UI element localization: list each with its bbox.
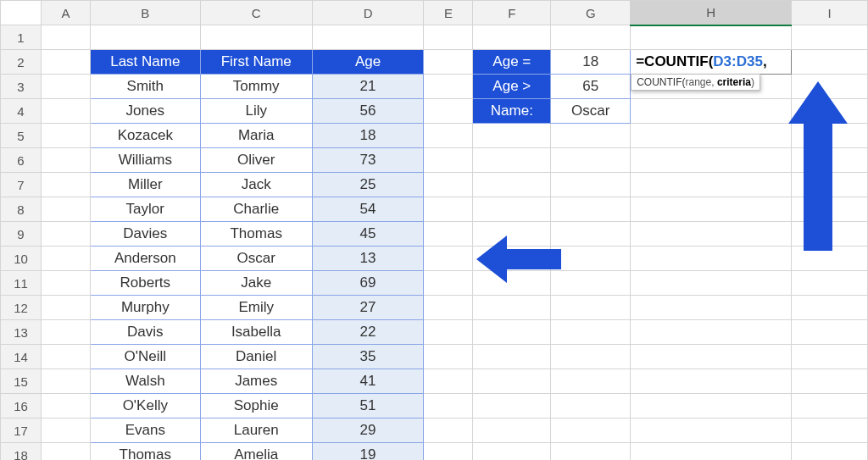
- spreadsheet-grid[interactable]: ABCDEFGHI 12Last NameFirst NameAgeAge =1…: [0, 0, 868, 460]
- cell-B9[interactable]: Davies: [90, 222, 200, 247]
- cell-A6[interactable]: [41, 148, 90, 173]
- cell-I7[interactable]: [792, 173, 868, 197]
- cell-I14[interactable]: [792, 345, 868, 369]
- cell-A5[interactable]: [41, 124, 90, 148]
- cell-I6[interactable]: [792, 148, 868, 173]
- cell-I13[interactable]: [792, 320, 868, 345]
- cell-F17[interactable]: [473, 418, 551, 443]
- cell-I5[interactable]: [792, 124, 868, 148]
- cell-I8[interactable]: [792, 197, 868, 222]
- cell-F13[interactable]: [473, 320, 551, 345]
- cell-F3[interactable]: Age >: [473, 75, 551, 99]
- cell-C13[interactable]: Isabella: [200, 320, 312, 345]
- cell-D15[interactable]: 41: [312, 369, 424, 394]
- cell-E9[interactable]: [424, 222, 473, 247]
- cell-E17[interactable]: [424, 418, 473, 443]
- cell-D16[interactable]: 51: [312, 394, 424, 418]
- cell-H7[interactable]: [631, 173, 792, 197]
- cell-I17[interactable]: [792, 418, 868, 443]
- cell-C14[interactable]: Daniel: [200, 345, 312, 369]
- row-header-5[interactable]: 5: [1, 124, 42, 148]
- cell-C12[interactable]: Emily: [200, 296, 312, 320]
- cell-I16[interactable]: [792, 394, 868, 418]
- cell-I4[interactable]: [792, 99, 868, 124]
- cell-E15[interactable]: [424, 369, 473, 394]
- cell-G17[interactable]: [551, 418, 631, 443]
- row-header-12[interactable]: 12: [1, 296, 42, 320]
- cell-C4[interactable]: Lily: [200, 99, 312, 124]
- cell-H6[interactable]: [631, 148, 792, 173]
- cell-A8[interactable]: [41, 197, 90, 222]
- cell-D13[interactable]: 22: [312, 320, 424, 345]
- cell-H14[interactable]: [631, 345, 792, 369]
- cell-C10[interactable]: Oscar: [200, 247, 312, 271]
- cell-D14[interactable]: 35: [312, 345, 424, 369]
- cell-H1[interactable]: [631, 25, 792, 50]
- cell-B17[interactable]: Evans: [90, 418, 200, 443]
- cell-G7[interactable]: [551, 173, 631, 197]
- cell-E6[interactable]: [424, 148, 473, 173]
- row-header-15[interactable]: 15: [1, 369, 42, 394]
- cell-I15[interactable]: [792, 369, 868, 394]
- cell-E2[interactable]: [424, 50, 473, 75]
- cell-B10[interactable]: Anderson: [90, 247, 200, 271]
- select-all-corner[interactable]: [1, 1, 42, 25]
- column-header-E[interactable]: E: [424, 1, 473, 25]
- cell-I12[interactable]: [792, 296, 868, 320]
- cell-A1[interactable]: [41, 25, 90, 50]
- cell-G12[interactable]: [551, 296, 631, 320]
- row-header-8[interactable]: 8: [1, 197, 42, 222]
- cell-E10[interactable]: [424, 247, 473, 271]
- cell-E11[interactable]: [424, 271, 473, 296]
- cell-B15[interactable]: Walsh: [90, 369, 200, 394]
- cell-C5[interactable]: Maria: [200, 124, 312, 148]
- cell-E12[interactable]: [424, 296, 473, 320]
- cell-H5[interactable]: [631, 124, 792, 148]
- row-header-1[interactable]: 1: [1, 25, 42, 50]
- cell-D9[interactable]: 45: [312, 222, 424, 247]
- cell-D11[interactable]: 69: [312, 271, 424, 296]
- cell-G1[interactable]: [551, 25, 631, 50]
- cell-F4[interactable]: Name:: [473, 99, 551, 124]
- cell-E3[interactable]: [424, 75, 473, 99]
- cell-C8[interactable]: Charlie: [200, 197, 312, 222]
- cell-F16[interactable]: [473, 394, 551, 418]
- cell-D5[interactable]: 18: [312, 124, 424, 148]
- cell-F11[interactable]: [473, 271, 551, 296]
- cell-B16[interactable]: O'Kelly: [90, 394, 200, 418]
- cell-E18[interactable]: [424, 443, 473, 461]
- cell-B5[interactable]: Kozacek: [90, 124, 200, 148]
- cell-C2[interactable]: First Name: [200, 50, 312, 75]
- cell-A7[interactable]: [41, 173, 90, 197]
- column-header-D[interactable]: D: [312, 1, 424, 25]
- cell-C11[interactable]: Jake: [200, 271, 312, 296]
- cell-G16[interactable]: [551, 394, 631, 418]
- column-header-H[interactable]: H: [631, 1, 792, 25]
- row-header-10[interactable]: 10: [1, 247, 42, 271]
- cell-H13[interactable]: [631, 320, 792, 345]
- cell-G5[interactable]: [551, 124, 631, 148]
- cell-H11[interactable]: [631, 271, 792, 296]
- cell-D12[interactable]: 27: [312, 296, 424, 320]
- cell-F14[interactable]: [473, 345, 551, 369]
- cell-H8[interactable]: [631, 197, 792, 222]
- cell-H18[interactable]: [631, 443, 792, 461]
- cell-D10[interactable]: 13: [312, 247, 424, 271]
- cell-B14[interactable]: O'Neill: [90, 345, 200, 369]
- cell-D18[interactable]: 19: [312, 443, 424, 461]
- cell-B13[interactable]: Davis: [90, 320, 200, 345]
- cell-D3[interactable]: 21: [312, 75, 424, 99]
- cell-G3[interactable]: 65: [551, 75, 631, 99]
- cell-B4[interactable]: Jones: [90, 99, 200, 124]
- cell-A9[interactable]: [41, 222, 90, 247]
- cell-D7[interactable]: 25: [312, 173, 424, 197]
- cell-G15[interactable]: [551, 369, 631, 394]
- cell-H10[interactable]: [631, 247, 792, 271]
- cell-F8[interactable]: [473, 197, 551, 222]
- cell-H17[interactable]: [631, 418, 792, 443]
- cell-H4[interactable]: [631, 99, 792, 124]
- cell-D1[interactable]: [312, 25, 424, 50]
- column-header-F[interactable]: F: [473, 1, 551, 25]
- cell-A11[interactable]: [41, 271, 90, 296]
- cell-H2[interactable]: =COUNTIF(D3:D35,COUNTIF(range, criteria): [631, 50, 792, 75]
